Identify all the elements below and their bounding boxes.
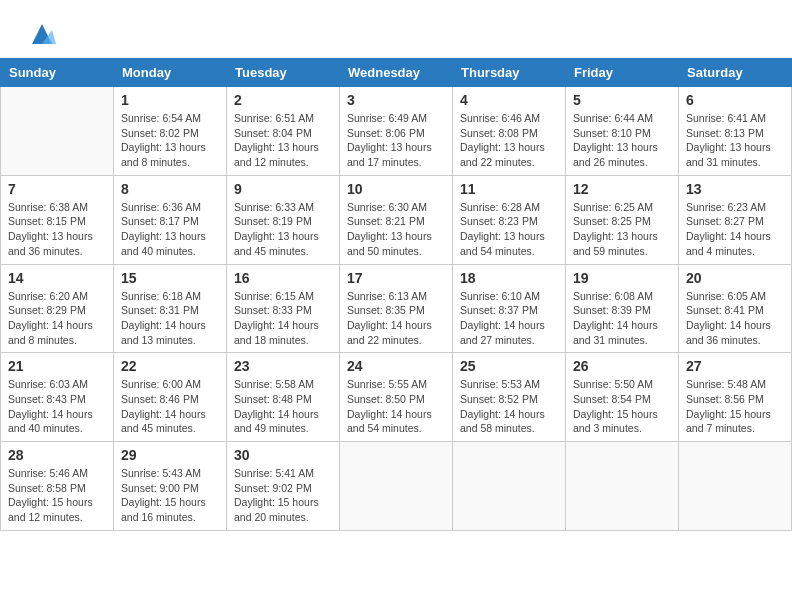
calendar-day-cell: 21Sunrise: 6:03 AMSunset: 8:43 PMDayligh… [1, 353, 114, 442]
day-info: Sunrise: 6:46 AMSunset: 8:08 PMDaylight:… [460, 111, 558, 170]
calendar-day-cell: 11Sunrise: 6:28 AMSunset: 8:23 PMDayligh… [453, 175, 566, 264]
day-info: Sunrise: 6:49 AMSunset: 8:06 PMDaylight:… [347, 111, 445, 170]
day-info: Sunrise: 6:00 AMSunset: 8:46 PMDaylight:… [121, 377, 219, 436]
day-info: Sunrise: 5:55 AMSunset: 8:50 PMDaylight:… [347, 377, 445, 436]
calendar-day-cell: 23Sunrise: 5:58 AMSunset: 8:48 PMDayligh… [227, 353, 340, 442]
day-number: 12 [573, 181, 671, 197]
day-info: Sunrise: 6:23 AMSunset: 8:27 PMDaylight:… [686, 200, 784, 259]
day-info: Sunrise: 5:43 AMSunset: 9:00 PMDaylight:… [121, 466, 219, 525]
calendar-week-row: 7Sunrise: 6:38 AMSunset: 8:15 PMDaylight… [1, 175, 792, 264]
day-info: Sunrise: 5:46 AMSunset: 8:58 PMDaylight:… [8, 466, 106, 525]
day-info: Sunrise: 6:20 AMSunset: 8:29 PMDaylight:… [8, 289, 106, 348]
day-number: 24 [347, 358, 445, 374]
calendar-day-cell: 10Sunrise: 6:30 AMSunset: 8:21 PMDayligh… [340, 175, 453, 264]
day-number: 3 [347, 92, 445, 108]
calendar-day-cell: 7Sunrise: 6:38 AMSunset: 8:15 PMDaylight… [1, 175, 114, 264]
day-info: Sunrise: 6:18 AMSunset: 8:31 PMDaylight:… [121, 289, 219, 348]
day-info: Sunrise: 5:53 AMSunset: 8:52 PMDaylight:… [460, 377, 558, 436]
day-info: Sunrise: 6:30 AMSunset: 8:21 PMDaylight:… [347, 200, 445, 259]
day-info: Sunrise: 6:33 AMSunset: 8:19 PMDaylight:… [234, 200, 332, 259]
day-info: Sunrise: 6:03 AMSunset: 8:43 PMDaylight:… [8, 377, 106, 436]
day-info: Sunrise: 6:05 AMSunset: 8:41 PMDaylight:… [686, 289, 784, 348]
calendar-day-cell: 3Sunrise: 6:49 AMSunset: 8:06 PMDaylight… [340, 87, 453, 176]
calendar-day-cell: 13Sunrise: 6:23 AMSunset: 8:27 PMDayligh… [679, 175, 792, 264]
day-number: 29 [121, 447, 219, 463]
day-number: 27 [686, 358, 784, 374]
day-number: 2 [234, 92, 332, 108]
weekday-header-thursday: Thursday [453, 59, 566, 87]
calendar-day-cell [566, 442, 679, 531]
day-info: Sunrise: 5:58 AMSunset: 8:48 PMDaylight:… [234, 377, 332, 436]
calendar-day-cell: 14Sunrise: 6:20 AMSunset: 8:29 PMDayligh… [1, 264, 114, 353]
calendar-day-cell: 22Sunrise: 6:00 AMSunset: 8:46 PMDayligh… [114, 353, 227, 442]
weekday-header-friday: Friday [566, 59, 679, 87]
day-number: 21 [8, 358, 106, 374]
day-info: Sunrise: 6:25 AMSunset: 8:25 PMDaylight:… [573, 200, 671, 259]
calendar-day-cell: 30Sunrise: 5:41 AMSunset: 9:02 PMDayligh… [227, 442, 340, 531]
day-number: 5 [573, 92, 671, 108]
calendar-day-cell: 16Sunrise: 6:15 AMSunset: 8:33 PMDayligh… [227, 264, 340, 353]
day-number: 16 [234, 270, 332, 286]
day-number: 7 [8, 181, 106, 197]
day-number: 6 [686, 92, 784, 108]
day-info: Sunrise: 6:38 AMSunset: 8:15 PMDaylight:… [8, 200, 106, 259]
day-number: 25 [460, 358, 558, 374]
weekday-header-wednesday: Wednesday [340, 59, 453, 87]
day-number: 13 [686, 181, 784, 197]
calendar-day-cell: 28Sunrise: 5:46 AMSunset: 8:58 PMDayligh… [1, 442, 114, 531]
calendar-day-cell: 9Sunrise: 6:33 AMSunset: 8:19 PMDaylight… [227, 175, 340, 264]
day-number: 20 [686, 270, 784, 286]
logo-icon [28, 20, 56, 48]
page-header [0, 0, 792, 58]
day-number: 15 [121, 270, 219, 286]
calendar-day-cell: 27Sunrise: 5:48 AMSunset: 8:56 PMDayligh… [679, 353, 792, 442]
calendar-header-row: SundayMondayTuesdayWednesdayThursdayFrid… [1, 59, 792, 87]
calendar-day-cell [453, 442, 566, 531]
day-number: 11 [460, 181, 558, 197]
day-number: 10 [347, 181, 445, 197]
calendar-week-row: 28Sunrise: 5:46 AMSunset: 8:58 PMDayligh… [1, 442, 792, 531]
weekday-header-monday: Monday [114, 59, 227, 87]
calendar-day-cell: 19Sunrise: 6:08 AMSunset: 8:39 PMDayligh… [566, 264, 679, 353]
calendar-day-cell: 1Sunrise: 6:54 AMSunset: 8:02 PMDaylight… [114, 87, 227, 176]
calendar-day-cell: 15Sunrise: 6:18 AMSunset: 8:31 PMDayligh… [114, 264, 227, 353]
calendar-day-cell [340, 442, 453, 531]
day-number: 30 [234, 447, 332, 463]
calendar-day-cell: 2Sunrise: 6:51 AMSunset: 8:04 PMDaylight… [227, 87, 340, 176]
day-number: 17 [347, 270, 445, 286]
day-info: Sunrise: 5:41 AMSunset: 9:02 PMDaylight:… [234, 466, 332, 525]
calendar-week-row: 14Sunrise: 6:20 AMSunset: 8:29 PMDayligh… [1, 264, 792, 353]
calendar-week-row: 21Sunrise: 6:03 AMSunset: 8:43 PMDayligh… [1, 353, 792, 442]
day-info: Sunrise: 6:36 AMSunset: 8:17 PMDaylight:… [121, 200, 219, 259]
calendar-day-cell: 4Sunrise: 6:46 AMSunset: 8:08 PMDaylight… [453, 87, 566, 176]
weekday-header-tuesday: Tuesday [227, 59, 340, 87]
day-info: Sunrise: 6:44 AMSunset: 8:10 PMDaylight:… [573, 111, 671, 170]
day-number: 4 [460, 92, 558, 108]
calendar-week-row: 1Sunrise: 6:54 AMSunset: 8:02 PMDaylight… [1, 87, 792, 176]
calendar-table: SundayMondayTuesdayWednesdayThursdayFrid… [0, 58, 792, 531]
logo [24, 18, 56, 48]
weekday-header-sunday: Sunday [1, 59, 114, 87]
day-number: 14 [8, 270, 106, 286]
calendar-day-cell: 24Sunrise: 5:55 AMSunset: 8:50 PMDayligh… [340, 353, 453, 442]
calendar-day-cell: 26Sunrise: 5:50 AMSunset: 8:54 PMDayligh… [566, 353, 679, 442]
calendar-day-cell: 17Sunrise: 6:13 AMSunset: 8:35 PMDayligh… [340, 264, 453, 353]
calendar-day-cell: 5Sunrise: 6:44 AMSunset: 8:10 PMDaylight… [566, 87, 679, 176]
day-info: Sunrise: 6:08 AMSunset: 8:39 PMDaylight:… [573, 289, 671, 348]
day-number: 26 [573, 358, 671, 374]
calendar-day-cell: 29Sunrise: 5:43 AMSunset: 9:00 PMDayligh… [114, 442, 227, 531]
day-info: Sunrise: 6:41 AMSunset: 8:13 PMDaylight:… [686, 111, 784, 170]
day-number: 22 [121, 358, 219, 374]
calendar-day-cell: 12Sunrise: 6:25 AMSunset: 8:25 PMDayligh… [566, 175, 679, 264]
day-info: Sunrise: 6:10 AMSunset: 8:37 PMDaylight:… [460, 289, 558, 348]
day-info: Sunrise: 6:15 AMSunset: 8:33 PMDaylight:… [234, 289, 332, 348]
day-number: 9 [234, 181, 332, 197]
day-info: Sunrise: 6:28 AMSunset: 8:23 PMDaylight:… [460, 200, 558, 259]
day-info: Sunrise: 6:13 AMSunset: 8:35 PMDaylight:… [347, 289, 445, 348]
day-number: 8 [121, 181, 219, 197]
calendar-day-cell: 25Sunrise: 5:53 AMSunset: 8:52 PMDayligh… [453, 353, 566, 442]
day-number: 18 [460, 270, 558, 286]
calendar-day-cell [1, 87, 114, 176]
weekday-header-saturday: Saturday [679, 59, 792, 87]
calendar-day-cell: 6Sunrise: 6:41 AMSunset: 8:13 PMDaylight… [679, 87, 792, 176]
